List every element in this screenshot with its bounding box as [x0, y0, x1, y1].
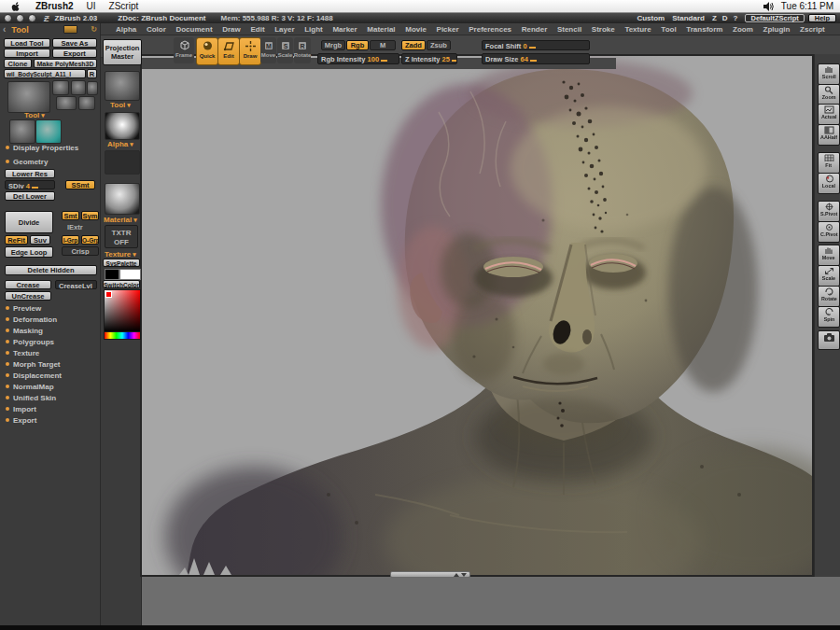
current-alpha-icon[interactable] [105, 112, 140, 140]
uncrease-button[interactable]: UnCrease [5, 291, 51, 301]
clear-pivot-button[interactable]: C.Pivot [818, 221, 840, 243]
section-unified-skin[interactable]: Unified Skin [6, 394, 56, 402]
section-morph-target[interactable]: Morph Target [6, 360, 61, 369]
menu-zoom[interactable]: Zoom [733, 25, 753, 34]
iextr-button[interactable]: IExtr [67, 223, 83, 231]
section-display-properties[interactable]: Display Properties [6, 144, 78, 152]
ui-mode-help[interactable]: ? [734, 14, 738, 22]
quick-button[interactable]: Quick [196, 37, 218, 65]
delete-hidden-button[interactable]: Delete Hidden [5, 265, 97, 275]
draw-button[interactable]: Draw [239, 37, 261, 65]
menu-picker[interactable]: Picker [437, 25, 459, 34]
help-button[interactable]: Help [808, 14, 836, 22]
del-lower-button[interactable]: Del Lower [5, 191, 55, 201]
canvas-rotate-button[interactable]: Rotate [818, 286, 840, 307]
tray-texture-dropdown[interactable]: Texture [105, 250, 136, 259]
ui-mode-d[interactable]: D [722, 14, 728, 22]
canvas-scale-button[interactable]: Scale [818, 265, 840, 287]
load-tool-button[interactable]: Load Tool [4, 38, 50, 48]
canvas-tray-handle[interactable] [390, 571, 470, 578]
mac-menu-zscript[interactable]: ZScript [109, 1, 139, 11]
main-color-swatch[interactable] [119, 269, 141, 280]
aa-half-button[interactable]: AAHalf [818, 124, 840, 146]
tool-preview-small[interactable] [87, 81, 98, 95]
menu-tool[interactable]: Tool [661, 25, 676, 34]
snapshot-button[interactable] [818, 330, 840, 350]
section-displacement[interactable]: Displacement [6, 371, 62, 380]
igrp-button[interactable]: I-Grp [62, 235, 79, 245]
menu-draw[interactable]: Draw [222, 25, 241, 34]
menu-stroke[interactable]: Stroke [592, 25, 615, 34]
texture-off-button[interactable]: TXTR OFF [105, 225, 138, 248]
panel-menu-icon[interactable] [63, 25, 77, 34]
document-canvas[interactable] [140, 54, 814, 577]
tray-material-dropdown[interactable]: Material [104, 216, 137, 224]
crease-button[interactable]: Crease [5, 280, 51, 289]
menu-zscript[interactable]: Zscript [800, 25, 825, 34]
frame-button[interactable]: Frame [174, 37, 194, 63]
export-button[interactable]: Export [52, 49, 97, 58]
current-tool-thumb[interactable] [35, 119, 62, 144]
menu-document[interactable]: Document [175, 25, 212, 34]
section-normalmap[interactable]: NormalMap [6, 383, 54, 391]
divide-button[interactable]: Divide [5, 211, 53, 233]
crease-lvl-slider[interactable]: CreaseLvl [55, 280, 97, 289]
tray-tool-dropdown[interactable]: Tool [110, 101, 131, 109]
spin-button[interactable]: Spin [818, 306, 840, 328]
menu-material[interactable]: Material [367, 25, 395, 34]
refit-button[interactable]: ReFit [5, 235, 28, 245]
window-minimize-button[interactable] [16, 14, 24, 22]
tool-preview-small[interactable] [52, 80, 69, 95]
secondary-color-swatch[interactable] [105, 269, 119, 280]
apple-menu-icon[interactable] [11, 1, 21, 11]
mac-app-menu[interactable]: ZBrush2 [35, 1, 74, 11]
edge-loop-button[interactable]: Edge Loop [5, 246, 53, 258]
recent-tool-thumb[interactable] [9, 119, 35, 144]
switch-color-button[interactable]: SwitchColor [103, 280, 140, 288]
current-material-icon[interactable] [105, 183, 140, 215]
tray-alpha-dropdown[interactable]: Alpha [107, 140, 133, 148]
menu-layer[interactable]: Layer [274, 25, 294, 34]
actual-size-button[interactable]: Actual [818, 104, 840, 125]
smt-button[interactable]: Smt [62, 211, 79, 220]
menu-stencil[interactable]: Stencil [557, 25, 581, 34]
section-import[interactable]: Import [6, 405, 36, 413]
rgb-button[interactable]: Rgb [346, 40, 369, 50]
zoom-button[interactable]: Zoom [818, 84, 840, 105]
scroll-button[interactable]: Scroll [818, 63, 840, 85]
section-export[interactable]: Export [6, 416, 36, 425]
tool-preview-small[interactable] [78, 96, 95, 110]
section-preview[interactable]: Preview [6, 304, 41, 313]
scale-button[interactable]: S Scale [277, 37, 293, 63]
canvas-move-button[interactable]: Move [818, 245, 840, 266]
fit-button[interactable]: Fit [818, 152, 840, 174]
zsub-button[interactable]: Zsub [427, 40, 451, 50]
set-pivot-button[interactable]: S.Pivot [818, 201, 840, 222]
draw-size-slider[interactable]: Draw Size 64 [482, 53, 590, 64]
suv-button[interactable]: Suv [30, 235, 50, 245]
clone-button[interactable]: Clone [4, 59, 32, 68]
panel-back-icon[interactable]: ‹ [3, 24, 6, 35]
section-texture[interactable]: Texture [6, 349, 39, 357]
section-polygroups[interactable]: Polygroups [6, 338, 54, 346]
menu-transform[interactable]: Transform [686, 25, 722, 34]
menubar-clock[interactable]: Tue 6:11 PM [781, 1, 833, 11]
projection-master-button[interactable]: Projection Master [103, 39, 142, 65]
menu-preferences[interactable]: Preferences [469, 25, 511, 34]
section-deformation[interactable]: Deformation [6, 315, 57, 324]
menu-movie[interactable]: Movie [405, 25, 427, 34]
menu-marker[interactable]: Marker [332, 25, 357, 34]
rotate-button[interactable]: R Rotate [294, 37, 311, 63]
tool-preview-small[interactable] [56, 96, 77, 110]
color-saturation-square[interactable] [104, 289, 141, 332]
menu-alpha[interactable]: Alpha [116, 25, 136, 34]
sdiv-slider[interactable]: SDiv 4 [5, 180, 55, 189]
tool-preview-large[interactable] [7, 81, 50, 113]
current-stroke-icon[interactable] [105, 150, 140, 175]
tool-dropdown[interactable]: Tool [24, 111, 45, 119]
window-close-button[interactable] [4, 14, 12, 22]
edit-button[interactable]: Edit [217, 37, 240, 65]
color-picker[interactable] [104, 289, 141, 340]
tool-preview-small[interactable] [71, 80, 86, 95]
import-button[interactable]: Import [4, 49, 50, 58]
